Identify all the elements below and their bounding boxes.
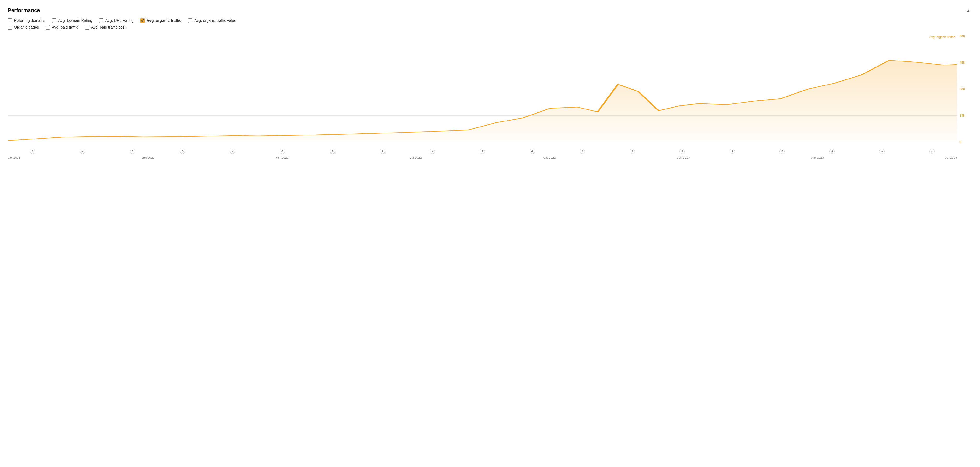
x-label: Apr 2023 [811, 156, 824, 159]
y-label-15k: 15K [959, 113, 966, 117]
annotation-icon: a [929, 148, 935, 154]
annotation-icon: G [730, 148, 735, 154]
panel-title: Performance [8, 7, 40, 13]
annotation-icon: a [879, 148, 885, 154]
y-axis: 60K 45K 30K 15K 0 [957, 36, 972, 142]
checkbox-avg-paid-traffic[interactable]: Avg. paid traffic [46, 25, 78, 30]
performance-panel: Performance ▲ Referring domainsAvg. Doma… [0, 0, 980, 164]
annotation-icon: 2 [330, 148, 335, 154]
series-label: Avg. organic traffic [929, 35, 955, 39]
y-label-45k: 45K [959, 61, 966, 65]
checkbox-avg-organic-traffic-value[interactable]: Avg. organic traffic value [188, 19, 236, 23]
filter-checkboxes: Referring domainsAvg. Domain RatingAvg. … [8, 19, 972, 30]
chart-body: 2a3GaG22a2G222G2Gaa 60K 45K 30K 15K 0 [8, 36, 972, 142]
checkbox-organic-pages[interactable]: Organic pages [8, 25, 39, 30]
checkbox-input-referring-domains[interactable] [8, 19, 12, 23]
chart-outer: Avg. organic traffic [8, 36, 972, 159]
checkbox-label-avg-url-rating: Avg. URL Rating [105, 19, 134, 23]
checkbox-input-avg-domain-rating[interactable] [52, 19, 56, 23]
checkbox-input-organic-pages[interactable] [8, 25, 12, 30]
annotation-icon: a [80, 148, 85, 154]
annotation-icon: 2 [630, 148, 635, 154]
collapse-button[interactable]: ▲ [964, 7, 972, 14]
x-label: Jan 2022 [142, 156, 155, 159]
checkbox-avg-domain-rating[interactable]: Avg. Domain Rating [52, 19, 92, 23]
annotation-icon: 2 [780, 148, 785, 154]
y-label-30k: 30K [959, 87, 966, 91]
checkbox-label-avg-paid-traffic: Avg. paid traffic [52, 25, 78, 30]
checkbox-input-avg-organic-traffic-value[interactable] [188, 19, 192, 23]
checkbox-input-avg-paid-traffic-cost[interactable] [85, 25, 89, 30]
annotation-icon: 2 [30, 148, 35, 154]
x-label: Jul 2023 [945, 156, 957, 159]
checkbox-referring-domains[interactable]: Referring domains [8, 19, 45, 23]
annotation-icon: G [280, 148, 285, 154]
checkbox-input-avg-url-rating[interactable] [99, 19, 103, 23]
x-label: Apr 2022 [276, 156, 289, 159]
chart-section: Avg. organic traffic [8, 36, 972, 159]
checkbox-label-avg-domain-rating: Avg. Domain Rating [58, 19, 92, 23]
checkbox-label-organic-pages: Organic pages [14, 25, 39, 30]
annotation-icon: a [430, 148, 435, 154]
checkbox-row-2: Organic pagesAvg. paid trafficAvg. paid … [8, 25, 972, 30]
chart-plot: 2a3GaG22a2G222G2Gaa [8, 36, 957, 142]
chart-svg [8, 36, 957, 142]
annotation-icon: G [180, 148, 185, 154]
y-label-0: 0 [959, 140, 961, 144]
annotation-icon: 2 [580, 148, 585, 154]
checkbox-label-avg-organic-traffic-value: Avg. organic traffic value [194, 19, 236, 23]
checkbox-label-referring-domains: Referring domains [14, 19, 45, 23]
annotation-icon: a [230, 148, 235, 154]
checkbox-input-avg-organic-traffic[interactable] [140, 19, 145, 23]
checkbox-label-avg-organic-traffic: Avg. organic traffic [146, 19, 181, 23]
checkbox-avg-paid-traffic-cost[interactable]: Avg. paid traffic cost [85, 25, 126, 30]
checkbox-avg-url-rating[interactable]: Avg. URL Rating [99, 19, 134, 23]
y-label-60k: 60K [959, 34, 966, 38]
x-label: Oct 2022 [543, 156, 555, 159]
annotation-icon: G [530, 148, 535, 154]
annotation-icons-row: 2a3GaG22a2G222G2Gaa [8, 148, 957, 154]
checkbox-input-avg-paid-traffic[interactable] [46, 25, 50, 30]
checkbox-avg-organic-traffic[interactable]: Avg. organic traffic [140, 19, 181, 23]
checkbox-row-1: Referring domainsAvg. Domain RatingAvg. … [8, 19, 972, 23]
x-label: Jul 2022 [410, 156, 422, 159]
panel-header: Performance ▲ [8, 7, 972, 14]
x-label: Jan 2023 [677, 156, 690, 159]
area-fill [8, 60, 957, 141]
checkbox-label-avg-paid-traffic-cost: Avg. paid traffic cost [91, 25, 126, 30]
annotation-icon: 2 [480, 148, 485, 154]
annotation-icon: G [829, 148, 835, 154]
annotation-icon: 2 [380, 148, 385, 154]
annotation-icon: 3 [130, 148, 135, 154]
annotation-icon: 2 [679, 148, 685, 154]
x-label: Oct 2021 [8, 156, 21, 159]
